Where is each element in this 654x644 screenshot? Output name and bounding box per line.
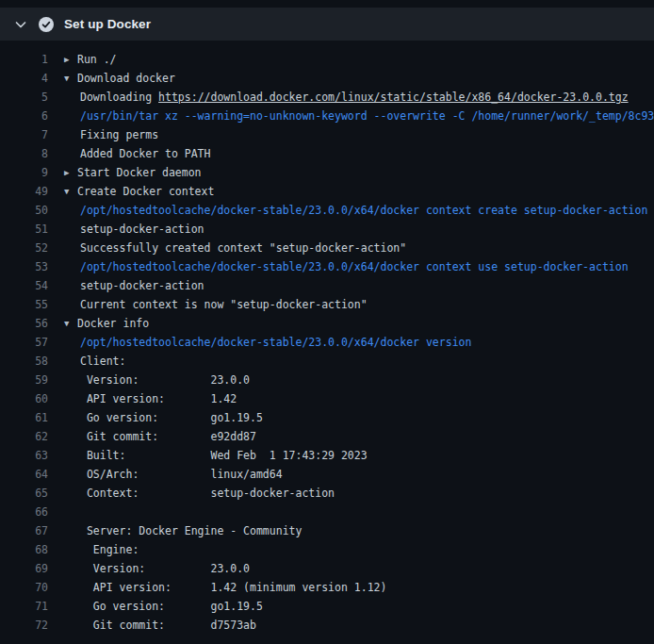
log-row: 60 API version: 1.42 xyxy=(0,389,654,408)
log-row: 69 Version: 23.0.0 xyxy=(0,559,654,578)
log-group-content: ▶Run ./ xyxy=(64,50,117,69)
log-line-content: Server: Docker Engine - Community xyxy=(64,521,302,540)
triangle-down-icon[interactable]: ▼ xyxy=(64,182,77,201)
log-row: 7Fixing perms xyxy=(0,125,654,144)
log-group-content: ▼Create Docker context xyxy=(64,182,214,201)
log-row: 72 Git commit: d7573ab xyxy=(0,616,654,635)
log-row: 58Client: xyxy=(0,352,654,371)
log-row: 5Downloading https://download.docker.com… xyxy=(0,88,654,107)
log-line-content: Git commit: e92dd87 xyxy=(64,427,256,446)
log-group-content: ▶Start Docker daemon xyxy=(64,163,202,182)
log-group-content: ▼Download docker xyxy=(64,69,175,88)
log-line-content: Client: xyxy=(64,352,125,371)
line-number[interactable]: 49 xyxy=(0,182,48,201)
line-number[interactable]: 71 xyxy=(0,597,48,616)
log-row: 64 OS/Arch: linux/amd64 xyxy=(0,465,654,484)
line-number[interactable]: 61 xyxy=(0,408,48,427)
line-number[interactable]: 69 xyxy=(0,559,48,578)
log-row: 59 Version: 23.0.0 xyxy=(0,371,654,389)
log-row: 67 Server: Docker Engine - Community xyxy=(0,521,654,540)
line-number[interactable]: 70 xyxy=(0,578,48,597)
log-text: Downloading xyxy=(80,91,158,104)
log-line-content: setup-docker-action xyxy=(64,276,204,295)
log-line-content: Go version: go1.19.5 xyxy=(64,597,263,616)
log-group-row[interactable]: 9▶Start Docker daemon xyxy=(0,163,654,182)
log-line-content: Successfully created context "setup-dock… xyxy=(64,239,406,257)
triangle-right-icon[interactable]: ▶ xyxy=(64,50,77,69)
line-number[interactable]: 51 xyxy=(0,220,48,239)
line-number[interactable]: 66 xyxy=(0,503,48,521)
line-number[interactable]: 65 xyxy=(0,484,48,503)
line-number[interactable]: 9 xyxy=(0,163,48,182)
log-group-row[interactable]: 49▼Create Docker context xyxy=(0,182,654,201)
log-line-content: Current context is now "setup-docker-act… xyxy=(64,295,368,314)
group-title: Download docker xyxy=(77,72,175,85)
log-line-content: Engine: xyxy=(64,540,139,559)
log-group-row[interactable]: 4▼Download docker xyxy=(0,69,654,88)
log-row: 54setup-docker-action xyxy=(0,276,654,295)
line-number[interactable]: 55 xyxy=(0,295,48,314)
line-number[interactable]: 5 xyxy=(0,88,48,107)
log-line-content: setup-docker-action xyxy=(64,220,204,239)
line-number[interactable]: 59 xyxy=(0,371,48,389)
line-number[interactable]: 8 xyxy=(0,144,48,163)
log-row: 63 Built: Wed Feb 1 17:43:29 2023 xyxy=(0,446,654,465)
log-line-content: Downloading https://download.docker.com/… xyxy=(64,88,629,107)
step-header[interactable]: Set up Docker xyxy=(0,8,654,41)
log-row: 70 API version: 1.42 (minimum version 1.… xyxy=(0,578,654,597)
log-row: 8Added Docker to PATH xyxy=(0,144,654,163)
check-circle-icon xyxy=(39,17,54,32)
group-title: Run ./ xyxy=(77,53,117,66)
group-title: Create Docker context xyxy=(77,185,214,198)
log-row: 61 Go version: go1.19.5 xyxy=(0,408,654,427)
log-command-content: /opt/hostedtoolcache/docker-stable/23.0.… xyxy=(64,201,647,220)
log-row: 55Current context is now "setup-docker-a… xyxy=(0,295,654,314)
group-title: Docker info xyxy=(77,317,149,330)
line-number[interactable]: 52 xyxy=(0,239,48,257)
line-number[interactable]: 4 xyxy=(0,69,48,88)
log-line-content: Go version: go1.19.5 xyxy=(64,408,263,427)
line-number[interactable]: 53 xyxy=(0,257,48,276)
log-command-content: /opt/hostedtoolcache/docker-stable/23.0.… xyxy=(64,333,471,352)
line-number[interactable]: 57 xyxy=(0,333,48,352)
line-number[interactable]: 64 xyxy=(0,465,48,484)
line-number[interactable]: 58 xyxy=(0,352,48,371)
log-line-content: Git commit: d7573ab xyxy=(64,616,256,635)
log-group-row[interactable]: 56▼Docker info xyxy=(0,314,654,333)
log-row: 65 Context: setup-docker-action xyxy=(0,484,654,503)
group-title: Start Docker daemon xyxy=(77,166,202,179)
log-row: 66 xyxy=(0,503,654,521)
log-line-content: API version: 1.42 xyxy=(64,389,237,408)
line-number[interactable]: 7 xyxy=(0,125,48,144)
log-line-content: Version: 23.0.0 xyxy=(64,559,250,578)
log-row: 51setup-docker-action xyxy=(0,220,654,239)
line-number[interactable]: 6 xyxy=(0,107,48,125)
log-row: 71 Go version: go1.19.5 xyxy=(0,597,654,616)
log-line-content: Fixing perms xyxy=(64,125,158,144)
line-number[interactable]: 62 xyxy=(0,427,48,446)
chevron-down-icon[interactable] xyxy=(13,17,28,32)
line-number[interactable]: 1 xyxy=(0,50,48,69)
log-group-content: ▼Docker info xyxy=(64,314,149,333)
triangle-right-icon[interactable]: ▶ xyxy=(64,163,77,182)
log-row: 53/opt/hostedtoolcache/docker-stable/23.… xyxy=(0,257,654,276)
log-row: 62 Git commit: e92dd87 xyxy=(0,427,654,446)
log-lines: 1▶Run ./4▼Download docker5Downloading ht… xyxy=(0,50,654,635)
triangle-down-icon[interactable]: ▼ xyxy=(64,314,77,333)
log-row: 52Successfully created context "setup-do… xyxy=(0,239,654,257)
log-group-row[interactable]: 1▶Run ./ xyxy=(0,50,654,69)
line-number[interactable]: 68 xyxy=(0,540,48,559)
log-line-content: API version: 1.42 (minimum version 1.12) xyxy=(64,578,386,597)
line-number[interactable]: 67 xyxy=(0,521,48,540)
log-row: 6/usr/bin/tar xz --warning=no-unknown-ke… xyxy=(0,107,654,125)
line-number[interactable]: 50 xyxy=(0,201,48,220)
line-number[interactable]: 63 xyxy=(0,446,48,465)
download-url-link[interactable]: https://download.docker.com/linux/static… xyxy=(158,91,629,104)
log-line-content xyxy=(64,503,80,521)
triangle-down-icon[interactable]: ▼ xyxy=(64,69,77,88)
line-number[interactable]: 54 xyxy=(0,276,48,295)
line-number[interactable]: 56 xyxy=(0,314,48,333)
line-number[interactable]: 60 xyxy=(0,389,48,408)
line-number[interactable]: 72 xyxy=(0,616,48,635)
log-line-content: Added Docker to PATH xyxy=(64,144,210,163)
